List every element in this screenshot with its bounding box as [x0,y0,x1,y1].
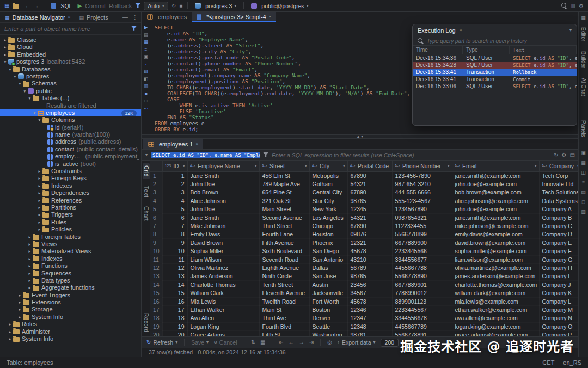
data-cell[interactable]: emily.davis@example.com [452,230,539,238]
data-cell[interactable]: Central City [309,188,347,197]
log-row[interactable]: Dec-16 15:33:41TransactionCommit [413,76,577,83]
data-cell[interactable]: Tech Solutions [539,188,578,197]
tree-item-foreign-keys[interactable]: ▸Foreign Keys [0,175,141,182]
row-number-cell[interactable]: 9 [150,238,162,247]
chevron-down-icon[interactable]: ▾ [27,95,33,102]
tree-item-rules[interactable]: ▸Rules [0,219,141,226]
row-number-cell[interactable]: 13 [150,272,162,280]
data-cell[interactable]: 321 Oak St [259,197,309,205]
tree-item-constraints[interactable]: ▸Constraints [0,168,141,175]
table-row[interactable]: 1717Ethan WalkerMain StBoston12346223344… [150,306,578,314]
data-cell[interactable]: 14 [162,280,187,289]
data-cell[interactable]: Seattle [309,322,347,330]
column-header-email[interactable]: A-zEmail▾ [452,161,539,171]
data-cell[interactable]: Second Avenue [259,213,309,222]
editor-gutter-icon[interactable]: ■ [143,91,149,96]
log-column-time[interactable]: Time [413,46,463,54]
data-cell[interactable]: David Brown [187,238,259,247]
data-cell[interactable]: Main Street [259,205,309,213]
forward-icon[interactable]: → [33,3,39,9]
table-row[interactable]: 33Bob Brown654 Pine StCentral City678904… [150,188,578,197]
tree-item-views[interactable]: ▸Views [0,241,141,248]
rollback-button[interactable]: Rollback [109,3,132,9]
data-cell[interactable]: 6677889901 [392,280,452,289]
data-cell[interactable]: 4 [162,197,187,205]
log-row[interactable]: Dec-16 15:34:36SQL / UserSELECT e.id AS … [413,54,577,62]
refresh-icon[interactable]: ↻ [171,3,176,9]
data-cell[interactable]: liam.wilson@example.com [452,255,539,263]
data-cell[interactable]: Logan King [187,322,259,330]
data-cell[interactable]: 98761 [347,331,392,336]
data-cell[interactable]: 18 [162,314,187,322]
row-number-cell[interactable]: 5 [150,205,162,213]
filter-icon[interactable] [135,3,140,9]
table-row[interactable]: 1818Ava AllenThird AveDenver123473344556… [150,314,578,322]
tree-item-postgres[interactable]: ▾postgres [0,73,141,80]
tree-item-roles[interactable]: ▸Roles [0,321,141,328]
data-cell[interactable]: Company O [539,322,578,330]
chevron-right-icon[interactable]: ▸ [27,241,33,248]
rail-tool-icon[interactable]: ≡ [582,180,585,185]
data-cell[interactable]: 98765 [347,197,392,205]
table-row[interactable]: 22John Doe789 Maple AveGotham54321987-65… [150,180,578,188]
table-row[interactable]: 1515William ClarkEleventh AvenueJacksonv… [150,289,578,297]
filter-input[interactable]: Enter a SQL expression to filter results… [272,152,550,158]
log-search-input[interactable]: Type query part to search in query histo… [413,36,577,46]
table-row[interactable]: 99David BrownFifth AvenuePhoenix12321667… [150,238,578,247]
tree-item-data-types[interactable]: ▸Data types [0,277,141,284]
editor-gutter-icon[interactable]: ◧ [143,76,149,82]
chevron-right-icon[interactable]: ▸ [2,51,8,58]
tree-item-materialized-views[interactable]: ▸Materialized Views [0,248,141,255]
tab-employees-1[interactable]: employees 1 × [143,139,203,149]
data-cell[interactable]: william.clark@example.com [452,289,539,297]
chevron-right-icon[interactable]: ▸ [17,314,23,321]
data-cell[interactable]: Boston [309,306,347,314]
data-cell[interactable]: 9 [162,238,187,247]
data-cell[interactable]: John Doe [187,180,259,188]
row-number-cell[interactable]: 7 [150,222,162,230]
result-view-tab-record[interactable]: Record [143,311,150,334]
data-cell[interactable]: Company K [539,289,578,297]
row-number-cell[interactable]: 3 [150,188,162,197]
sql-dialect-button[interactable]: SQL [49,1,74,11]
table-row[interactable]: 1414Charlotte ThomasTenth StreetAustin23… [150,280,578,289]
data-cell[interactable]: 23456 [347,280,392,289]
sort-chevron-icon[interactable]: ▾ [448,164,450,168]
data-cell[interactable]: 7788990012 [392,289,452,297]
chevron-right-icon[interactable]: ▸ [36,211,42,218]
data-cell[interactable]: sophia.miller@example.com [452,247,539,255]
tab-employees[interactable]: employees [142,12,192,22]
data-cell[interactable]: 5566778899 [392,230,452,238]
row-number-cell[interactable]: 16 [150,297,162,305]
data-cell[interactable]: Company G [539,255,578,263]
data-cell[interactable]: Los Angeles [309,213,347,222]
data-cell[interactable]: 2 [162,180,187,188]
editor-gutter-icon[interactable]: □ [143,98,149,103]
grid-corner-cell[interactable] [150,161,162,171]
chevron-right-icon[interactable]: ▸ [7,335,13,342]
chevron-down-icon[interactable]: ▾ [36,116,42,124]
data-cell[interactable]: 0987654321 [392,213,452,222]
table-row[interactable]: 55John DoeMain StreetNew York12345123456… [150,205,578,213]
data-cell[interactable]: Metropolis [309,171,347,180]
data-cell[interactable]: Olivia Martinez [187,263,259,272]
table-row[interactable]: 88Emily DavisFourth LaneHouston098765566… [150,230,578,238]
tree-item-policies[interactable]: ▸Policies [0,226,141,233]
chevron-right-icon[interactable]: ▸ [2,36,8,44]
table-row[interactable]: 1616Mia LewisTwelfth RoadFort Worth45678… [150,297,578,305]
chevron-right-icon[interactable]: ▸ [36,197,42,204]
table-row[interactable]: 66Jane SmithSecond AvenueLos Angeles5432… [150,213,578,222]
tree-item-references[interactable]: ▸References [0,197,141,204]
data-cell[interactable]: 8899001123 [392,297,452,305]
refresh-button[interactable]: ↻ Refresh ▾ [146,339,177,346]
tree-item-sequences[interactable]: ▸Sequences [0,270,141,277]
tree-item-foreign-tables[interactable]: ▸Foreign Tables [0,234,141,241]
data-cell[interactable]: Bob Brown [187,188,259,197]
table-row[interactable]: 1111Liam WilsonSeventh RoadSan Antonio43… [150,255,578,263]
data-cell[interactable]: 1234567890 [392,205,452,213]
view-options-icon[interactable]: ▦ [260,340,265,345]
row-number-cell[interactable]: 12 [150,263,162,272]
tree-item-name[interactable]: name(varchar(100)) [0,131,141,138]
table-row[interactable]: 1919Logan KingFourth BlvdSeattle12348445… [150,322,578,330]
column-header-company[interactable]: A-zCompany▾ [539,161,578,171]
